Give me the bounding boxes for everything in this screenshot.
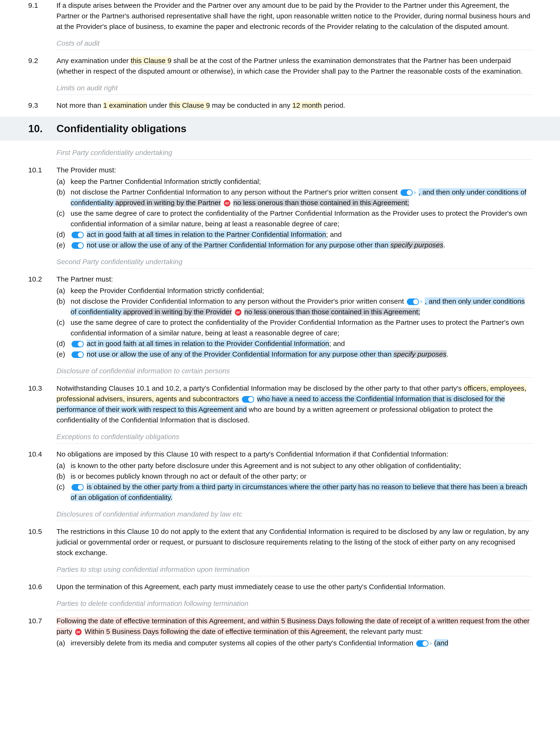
sub-c: (c) use the same degree of care to prote… bbox=[56, 317, 532, 338]
cross-ref-link[interactable]: Clauses 10.1 and 10.2 bbox=[109, 384, 179, 392]
defined-term-link[interactable]: Partner Confidential Information bbox=[100, 178, 199, 185]
optional-text[interactable]: act in good faith at all times in relati… bbox=[87, 340, 329, 347]
sub-c: (c) is obtained by the other party from … bbox=[56, 481, 532, 502]
subtitle-exceptions: Exceptions to confidentiality obligation… bbox=[56, 431, 532, 444]
defined-term-link[interactable]: Confidential Information bbox=[339, 639, 413, 647]
defined-term-link[interactable]: Confidential Information bbox=[372, 450, 446, 458]
clause-body: Upon the termination of this Agreement, … bbox=[56, 581, 532, 592]
subtitle-limits: Limits on audit right bbox=[56, 83, 532, 95]
defined-term-link[interactable]: Partner Confidential Information bbox=[204, 241, 304, 249]
optional-text[interactable]: not use or allow the use of any of the P… bbox=[87, 350, 393, 358]
subtitle-row: Disclosures of confidential information … bbox=[28, 504, 532, 524]
toggle-switch[interactable] bbox=[72, 242, 84, 249]
clause-number: 10.6 bbox=[28, 581, 56, 592]
arrow-icon bbox=[430, 642, 432, 645]
defined-term-link[interactable]: Confidential Information bbox=[276, 450, 351, 458]
clause-10-1: 10.1 The Provider must: (a) keep the Par… bbox=[28, 165, 532, 250]
defined-term-link[interactable]: Partner Confidential Information bbox=[270, 209, 370, 217]
clause-10-7: 10.7 Following the date of effective ter… bbox=[28, 615, 532, 648]
alt-option[interactable]: approved in writing by the Partner bbox=[115, 199, 221, 206]
arrow-icon bbox=[420, 300, 423, 304]
alt-option[interactable]: no less onerous than those contained in … bbox=[244, 308, 420, 316]
defined-term-link[interactable]: Partner Confidential Information bbox=[122, 188, 222, 196]
toggle-switch[interactable] bbox=[401, 189, 413, 196]
toggle-switch[interactable] bbox=[416, 640, 428, 647]
defined-term-link[interactable]: Confidential Information bbox=[369, 583, 443, 591]
cross-ref-link[interactable]: this Clause 10 bbox=[153, 450, 198, 458]
sub-e: (e) not use or allow the use of any of t… bbox=[56, 240, 532, 250]
sub-b: (b) not disclose the Provider Confidenti… bbox=[56, 296, 532, 317]
defined-term-link[interactable]: 5 Business Days bbox=[281, 617, 334, 625]
clause-number: 10.5 bbox=[28, 526, 56, 558]
clause-body: Not more than 1 examination under this C… bbox=[56, 100, 532, 111]
alt-option[interactable]: no less onerous than those contained in … bbox=[233, 199, 409, 206]
editable-field[interactable]: 12 month bbox=[292, 101, 322, 109]
clause-9-2: 9.2 Any examination under this Clause 9 … bbox=[28, 55, 532, 77]
or-badge[interactable]: or bbox=[75, 629, 82, 635]
alt-option-b[interactable]: Within 5 Business Days following the dat… bbox=[85, 627, 347, 635]
defined-term-link[interactable]: Confidential Information bbox=[269, 528, 344, 536]
or-badge[interactable]: or bbox=[224, 200, 230, 206]
defined-term-link[interactable]: Confidential Information bbox=[212, 384, 286, 392]
alt-option[interactable]: approved in writing by the Provider bbox=[123, 308, 232, 316]
subtitle-delete: Parties to delete confidential informati… bbox=[56, 598, 532, 610]
optional-text[interactable]: is obtained by the other party from a th… bbox=[71, 483, 527, 501]
defined-term-link[interactable]: Confidential Information bbox=[121, 416, 195, 424]
defined-term-link[interactable]: 5 Business Days bbox=[106, 627, 159, 635]
placeholder-field[interactable]: specify purposes bbox=[393, 350, 446, 358]
defined-term-link[interactable]: Provider Confidential Information bbox=[226, 340, 329, 348]
sub-a: (a) keep the Partner Confidential Inform… bbox=[56, 176, 532, 187]
optional-text[interactable]: act in good faith at all times in relati… bbox=[87, 231, 326, 238]
lead-text: The Partner must: bbox=[56, 274, 532, 284]
lead-text: The Provider must: bbox=[56, 165, 532, 175]
toggle-switch[interactable] bbox=[72, 232, 84, 238]
cross-ref-link[interactable]: this Clause 9 bbox=[131, 57, 171, 65]
editable-field[interactable]: 1 examination bbox=[103, 101, 147, 109]
section-number: 10. bbox=[28, 121, 56, 136]
or-badge[interactable]: or bbox=[235, 309, 242, 316]
toggle-switch[interactable] bbox=[242, 396, 254, 403]
defined-term-link[interactable]: Provider Confidential Information bbox=[270, 318, 373, 326]
clause-10-5: 10.5 The restrictions in this Clause 10 … bbox=[28, 526, 532, 558]
optional-text[interactable]: (and bbox=[434, 639, 448, 647]
subtitle-row: Second Party confidentiality undertaking bbox=[28, 252, 532, 272]
clause-number: 9.3 bbox=[28, 100, 56, 111]
defined-term-link[interactable]: Provider Confidential Information bbox=[122, 297, 225, 305]
subtitle-row: Disclosure of confidential information t… bbox=[28, 361, 532, 381]
placeholder-field[interactable]: specify purposes bbox=[390, 241, 443, 249]
sub-a: (a) keep the Provider Confidential Infor… bbox=[56, 285, 532, 296]
subtitle-stop: Parties to stop using confidential infor… bbox=[56, 564, 532, 576]
toggle-switch[interactable] bbox=[72, 341, 84, 347]
toggle-switch[interactable] bbox=[407, 298, 419, 305]
clause-10-6: 10.6 Upon the termination of this Agreem… bbox=[28, 581, 532, 592]
subtitle-first-party: First Party confidentiality undertaking bbox=[56, 147, 532, 159]
toggle-switch[interactable] bbox=[72, 351, 84, 358]
sub-d: (d) act in good faith at all times in re… bbox=[56, 229, 532, 240]
clause-body: The restrictions in this Clause 10 do no… bbox=[56, 526, 532, 558]
sub-e: (e) not use or allow the use of any of t… bbox=[56, 349, 532, 359]
cross-ref-link[interactable]: this Clause 10 bbox=[114, 528, 159, 536]
clause-10-3: 10.3 Notwithstanding Clauses 10.1 and 10… bbox=[28, 383, 532, 425]
toggle-switch[interactable] bbox=[72, 484, 84, 491]
clause-number: 10.3 bbox=[28, 383, 56, 425]
clause-number: 10.1 bbox=[28, 165, 56, 250]
clause-body: The Provider must: (a) keep the Partner … bbox=[56, 165, 532, 250]
subtitle-row: Parties to delete confidential informati… bbox=[28, 594, 532, 614]
optional-text[interactable]: not use or allow the use of any of the P… bbox=[87, 241, 390, 249]
defined-term-link[interactable]: Provider Confidential Information bbox=[204, 350, 307, 358]
clause-9-1: 9.1 If a dispute arises between the Prov… bbox=[28, 0, 532, 32]
clause-number: 10.2 bbox=[28, 274, 56, 359]
cross-ref-link[interactable]: this Clause 9 bbox=[169, 101, 210, 109]
subtitle-row: First Party confidentiality undertaking bbox=[28, 143, 532, 163]
sub-b: (b) is or becomes publicly known through… bbox=[56, 471, 532, 481]
sub-a: (a) irreversibly delete from its media a… bbox=[56, 638, 532, 648]
clause-number: 10.4 bbox=[28, 449, 56, 502]
clause-body: Notwithstanding Clauses 10.1 and 10.2, a… bbox=[56, 383, 532, 425]
subtitle-row: Costs of audit bbox=[28, 34, 532, 53]
subtitle-costs: Costs of audit bbox=[56, 38, 532, 50]
defined-term-link[interactable]: Provider Confidential Information bbox=[100, 287, 202, 295]
defined-term-link[interactable]: Partner Confidential Information bbox=[226, 231, 326, 239]
section-title: Confidentiality obligations bbox=[56, 121, 186, 136]
subtitle-row: Exceptions to confidentiality obligation… bbox=[28, 427, 532, 447]
sub-b: (b) not disclose the Partner Confidentia… bbox=[56, 187, 532, 208]
